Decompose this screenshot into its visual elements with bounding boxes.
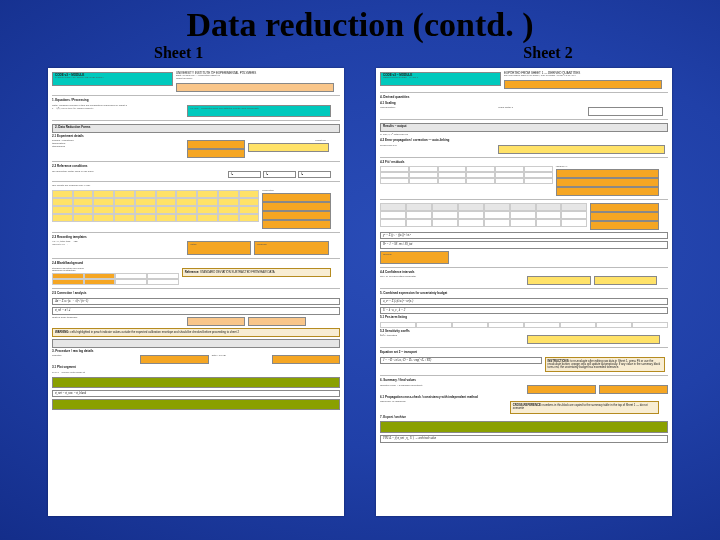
s2-hdr-sub: REDUCTION SHEET – PART II [383, 77, 498, 80]
slide-title: Data reduction (contd. ) [0, 0, 720, 44]
s2-sec52: 5.2 Sensitivity coeffs [380, 330, 668, 333]
s2-s41-c [588, 107, 663, 116]
s2-footer-f: FINAL = f( σ_net , η , U ) → archived va… [380, 435, 668, 442]
label-sheet1: Sheet 1 [154, 44, 203, 62]
s2-hdr-r2: DO NOT EDIT CELLS IN GREY; COMPUTED AUTO… [504, 75, 662, 78]
s1-pr-o1 [140, 355, 209, 364]
s1-gr-o2 [262, 202, 331, 211]
s1-sec-out: 2.2 Reference conditions [52, 165, 340, 168]
s2-g2-o1 [556, 169, 660, 178]
s2-box2a: residual [380, 251, 449, 264]
label-sheet2: Sheet 2 [523, 44, 572, 62]
s1-sec-ca: 2.5 Correction / analysis [52, 292, 340, 295]
s1-exp-l3: atmosphere [52, 146, 184, 149]
s1-rb-box-b: variables [254, 241, 329, 255]
s2-sec4: 4. Derived quantities [380, 96, 668, 99]
s2-midf2: R² = 1 − SS_res / SS_tot [380, 241, 668, 248]
s1-f1: f₁ [228, 171, 261, 178]
s1-sec-eq: 1. Equations / Processing [52, 99, 340, 102]
s2-s44-y2 [594, 276, 658, 285]
s2-s44-l: 95% CI on each fitted parameter [380, 276, 524, 279]
s1-grid-hdr: raw counts per channel and % dev [52, 185, 340, 188]
s2-s42-l1: pulled from 2.5 [380, 145, 495, 148]
s1-note2-t: WARNING: [55, 330, 69, 334]
s1-note1-t: Reference: [185, 270, 199, 274]
s1-note1: Reference: STANDARD DEVIATION SUBTRACTED… [182, 268, 332, 277]
s1-teal-limits: LIMITS – computed from raw detector coun… [187, 105, 331, 117]
sheet-labels: Sheet 1 Sheet 2 [0, 44, 720, 62]
s2-olive1 [380, 421, 668, 433]
s2-s41-l1: normalisation: [380, 107, 495, 110]
s2-g2b-o1 [590, 203, 659, 212]
sheets-row: CODE v3 – MODULE LABORATORY OF SURFACE C… [0, 62, 720, 516]
s2-s6-l: reported value ± expanded uncertainty [380, 385, 524, 388]
s1-sec-red: 2. Data Reduction Forms [52, 124, 340, 133]
s1-pr-o2 [272, 355, 341, 364]
sheet2: CODE v3 – MODULE REDUCTION SHEET – PART … [376, 68, 672, 516]
s2-sec5: 5. Combined expression for uncertainty b… [380, 292, 668, 295]
s1-rb-box-b-t: variables [257, 243, 267, 246]
s1-sec-rb: 2.3 Recording templates [52, 236, 340, 239]
s2-s6-o2 [599, 385, 668, 394]
s1-rb-box-a-t: notes [190, 243, 196, 246]
s2-sec41: 4.1 Scaling [380, 102, 668, 105]
s1-ca-f1: Δσ = Σ wᵢ·(xᵢ − x̄)² / (n−1) [52, 298, 340, 305]
s2-s44-y1 [527, 276, 591, 285]
s2-note4: CROSS-REFERENCE: numbers in this block a… [510, 401, 660, 413]
sheet1: CODE v3 – MODULE LABORATORY OF SURFACE C… [48, 68, 344, 516]
s1-rv-y [248, 143, 329, 152]
s2-s6-o1 [527, 385, 596, 394]
s1-note1-b: STANDARD DEVIATION SUBTRACTED FROM RAW D… [200, 270, 275, 274]
s2-sec6: 6. Summary / final values [380, 379, 668, 382]
s2-grid51 [380, 322, 668, 328]
s1-pr-l2: date / run ID: [212, 355, 269, 358]
s1-ca-p1 [187, 317, 245, 326]
s2-sec-eq2: Equation set 2 – transport [380, 351, 668, 354]
s2-sec51: 5.1 Per-term listing [380, 316, 668, 319]
s1-hdr-sub: LABORATORY OF SURFACE CHEMISTRY [55, 77, 170, 80]
s2-s42-y [498, 145, 665, 154]
s1-ca-l1: relative error threshold: [52, 317, 184, 320]
s2-g2-o3 [556, 187, 660, 196]
s2-sec61: 6.1 Propagation cross-check / consistenc… [380, 396, 668, 399]
s1-olive1 [52, 377, 340, 388]
s1-footer-f: σ_net = σ_raw − σ_blank [52, 390, 340, 397]
s1-hdr-peach [176, 83, 334, 92]
s1-teal-limits-txt: LIMITS – computed from raw detector coun… [190, 107, 259, 110]
s2-sec7: 7. Export / archive [380, 416, 668, 419]
s2-sec43: 4.3 Fit / residuals [380, 161, 668, 164]
s2-g2b-o3 [590, 221, 659, 230]
s1-pr-l1: operator: [52, 355, 137, 358]
s1-gr-o1 [262, 193, 331, 202]
s1-f2: f₂ [263, 171, 296, 178]
s1-olive2 [52, 399, 340, 410]
s1-exp-o2 [187, 149, 245, 158]
s1-sec-pl: 3.1 Plot segment [52, 366, 340, 369]
s2-f5a: u_c² = Σ (∂f/∂xᵢ)² · u²(xᵢ) [380, 298, 668, 305]
s1-sec-exp: 2.1 Experiment details [52, 135, 340, 138]
s2-midf1: χ² = Σ (yᵢ − f(xᵢ))² / σᵢ² [380, 232, 668, 239]
s1-note2-b: cells highlighted in peach indicate valu… [70, 330, 239, 334]
s2-grid2 [380, 203, 587, 227]
s2-box2a-t: residual [383, 253, 392, 256]
s2-f5b: U = k · u_c , k = 2 [380, 307, 668, 314]
s1-exp-o1 [187, 140, 245, 149]
s2-g2-o2 [556, 178, 660, 187]
s1-note2: WARNING: cells highlighted in peach indi… [52, 328, 340, 337]
s2-grid1 [380, 166, 553, 184]
s1-gr-o3 [262, 211, 331, 220]
s1-header-teal: CODE v3 – MODULE LABORATORY OF SURFACE C… [52, 72, 173, 86]
s2-s52-y [527, 335, 660, 344]
s1-bb-grid [52, 273, 179, 285]
s1-rb-box-a: notes [187, 241, 250, 255]
s2-header-teal: CODE v3 – MODULE REDUCTION SHEET – PART … [380, 72, 501, 86]
s2-s41-l2: scale factor η = [498, 107, 584, 110]
s1-hdr-r3: Sheet revision: [176, 78, 334, 81]
s1-out-l: for calibration factor used in cell bloc… [52, 171, 225, 174]
s2-g2b-o2 [590, 212, 659, 221]
s2-sec42: 4.2 Error propagation / correction — aut… [380, 139, 668, 142]
s1-ca-p2 [248, 317, 306, 326]
s1-gr-o4 [262, 220, 331, 229]
s1-f3: f₃ [298, 171, 331, 178]
s1-sec-pr: 3. Procedure / raw log details [52, 350, 340, 353]
